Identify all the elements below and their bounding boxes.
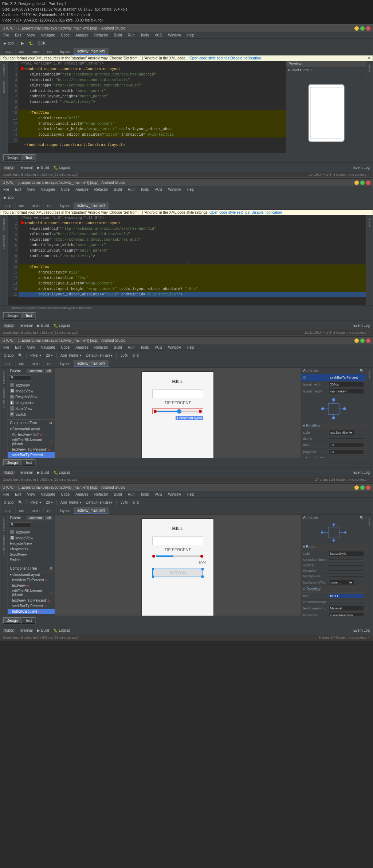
minimize-btn-1[interactable] <box>354 26 359 31</box>
sidebar-structure-2[interactable]: Structure <box>2 217 6 233</box>
tab-main-1[interactable]: main <box>28 49 44 55</box>
bottom-eventlog-4[interactable]: Event Log <box>353 628 370 632</box>
design-btn-4[interactable]: Design <box>3 617 21 624</box>
palette-item-scrollview-3[interactable]: ↕ ScrollView <box>8 406 55 411</box>
code-line-5-2[interactable]: 5 xmlns:app="http://schemas.android.com/… <box>8 237 366 243</box>
bottom-todo-2[interactable]: ToDO <box>3 324 15 328</box>
close-btn-3[interactable] <box>366 338 370 343</box>
code-line-10-1[interactable]: 10 <TextView <box>8 110 286 116</box>
menu-run-1[interactable]: Run <box>126 33 136 38</box>
prop-thumb-value-3[interactable] <box>329 438 364 439</box>
window-controls-1[interactable] <box>354 26 370 31</box>
device-button-4[interactable]: BUTTON <box>152 569 204 577</box>
tree-edittextbill-3[interactable]: editTextBillAmount (Numb... ⚠ <box>8 437 55 447</box>
bottom-todo-3[interactable]: ToDO <box>3 471 15 474</box>
code-line-14-2[interactable]: 14 android:layout_height="wrap_content" … <box>8 286 366 292</box>
tree-constraint-3[interactable]: ▾ ConstraintLayout <box>8 426 55 432</box>
prop-onclick-row-4[interactable]: onClick <box>301 563 366 568</box>
close-btn-4[interactable] <box>366 485 370 490</box>
code-line-4-1[interactable]: 4 xmlns:tools="http://schemas.android.co… <box>8 77 286 83</box>
text-btn-4[interactable]: Text <box>21 617 35 624</box>
menu-view-3[interactable]: View <box>25 345 36 350</box>
prop-contentdesc-row-4[interactable]: contentDescript... <box>301 600 366 605</box>
prop-bgtint-row-4[interactable]: backgroundTint none ... <box>301 579 366 586</box>
menu-code-1[interactable]: Code <box>59 33 71 38</box>
palette-item-textview-4[interactable]: T TextView <box>8 529 55 535</box>
menu-code-3[interactable]: Code <box>59 345 71 350</box>
menu-help-4[interactable]: Help <box>185 492 196 497</box>
toolbar-debug-1[interactable]: 🐛 <box>27 41 35 46</box>
bottom-terminal-2[interactable]: Terminal <box>19 323 33 328</box>
bottom-todo-1[interactable]: ToDO <box>3 166 15 170</box>
bottom-eventlog-1[interactable]: Event Log <box>353 166 370 170</box>
tree-textview-tippct-4[interactable]: textView 'Tip Percent' ⚠ <box>8 598 55 603</box>
prop-style-row-4[interactable]: style buttonStyle <box>301 550 366 557</box>
prop-bg-value-4[interactable] <box>329 576 364 577</box>
design-text-toggle-2[interactable]: Design Text <box>3 312 36 319</box>
bottom-logcat-2[interactable]: 🐛 Logcat <box>54 323 70 328</box>
right-label-gradle-4[interactable]: Gradle <box>368 516 371 528</box>
window-controls-2[interactable] <box>354 181 370 185</box>
prop-textappearance-row-4[interactable]: textAppearanc... Material <box>301 605 366 612</box>
prop-text-row-4[interactable]: text BUTT... <box>301 593 366 600</box>
toolbar-more-3[interactable]: ⊙ ⊙ <box>130 353 141 358</box>
tab-app-3[interactable]: app <box>2 361 16 367</box>
palette-search-4[interactable] <box>9 522 31 527</box>
menu-navigate-3[interactable]: Navigate <box>39 345 56 350</box>
tab-main-3[interactable]: main <box>28 361 44 367</box>
menu-analyze-4[interactable]: Analyze <box>74 492 90 497</box>
text-btn-1[interactable]: Text <box>21 154 35 161</box>
prop-bgtint-select-4[interactable]: none ... <box>329 580 354 585</box>
prop-height-value-3[interactable]: rap_content <box>329 389 364 394</box>
menu-analyze-3[interactable]: Analyze <box>74 345 90 350</box>
bottom-build-4[interactable]: ▶ Build <box>37 628 49 632</box>
tab-main-2[interactable]: main <box>28 203 44 209</box>
code-line-12-1[interactable]: 12 android:layout_width="wrap_content" <box>8 121 286 127</box>
menu-navigate-2[interactable]: Navigate <box>39 187 56 192</box>
prop-onclick-value-4[interactable] <box>329 565 364 566</box>
tab-src-3[interactable]: src <box>16 361 28 367</box>
prop-height-row-3[interactable]: layout_height rap_content <box>301 388 366 395</box>
menu-help-2[interactable]: Help <box>185 187 196 192</box>
menu-file-4[interactable]: File <box>2 492 11 497</box>
bottom-terminal-3[interactable]: Terminal <box>19 470 33 474</box>
notification-link2-2[interactable]: Disable notification <box>251 210 282 214</box>
palette-item-fragment-3[interactable]: ◧ <fragment> <box>8 400 55 406</box>
tab-layout-4[interactable]: layout <box>56 508 74 514</box>
bottom-build-3[interactable]: ▶ Build <box>37 470 49 474</box>
menu-refactor-3[interactable]: Refactor <box>93 345 110 350</box>
notification-link2-1[interactable]: Disable notification <box>230 56 261 60</box>
sidebar-variants-3[interactable]: Build Variants <box>2 386 6 409</box>
menu-file-2[interactable]: File <box>2 187 11 192</box>
tab-res-2[interactable]: res <box>44 203 56 209</box>
code-line-2-2[interactable]: 2 <android.support.constraint.Constraint… <box>8 221 366 226</box>
code-line-11-2[interactable]: 11 android:text="Bill" <box>8 270 366 275</box>
text-btn-3[interactable]: Text <box>21 459 35 466</box>
sidebar-variants-4[interactable]: Build Variants <box>2 533 6 556</box>
tab-res-1[interactable]: res <box>44 49 56 55</box>
close-btn-1[interactable] <box>366 26 370 31</box>
toolbar-zoom-4[interactable]: 28 ▾ <box>44 500 55 505</box>
toolbar-theme-4[interactable]: AppTheme ▾ <box>59 500 83 505</box>
design-btn-1[interactable]: Design <box>3 154 21 161</box>
sidebar-structure-3[interactable]: Structure <box>2 369 6 385</box>
code-line-15-1[interactable]: 15 <box>8 137 286 143</box>
menu-refactor-1[interactable]: Refactor <box>93 33 110 38</box>
preview-orient-1[interactable]: ↕ <box>310 68 312 72</box>
menu-help-3[interactable]: Help <box>185 345 196 350</box>
code-line-1-2[interactable]: 1 <?xml version="1.0" encoding="utf-8"?> <box>8 215 366 221</box>
menu-refactor-2[interactable]: Refactor <box>93 187 110 192</box>
prop-textappearance-value-4[interactable]: Material <box>329 606 364 611</box>
tab-src-4[interactable]: src <box>16 508 28 514</box>
btn-handle-tr-4[interactable] <box>201 568 204 570</box>
toolbar-zoom-3[interactable]: 28 ▾ <box>44 353 55 358</box>
toolbar-locale-4[interactable]: Default (en-us) ▾ <box>84 500 115 505</box>
seekbar-track-3[interactable] <box>157 411 199 412</box>
toolbar-sdk-1[interactable]: SDK <box>36 41 47 46</box>
right-label-gradle-1[interactable]: Gradle <box>368 62 371 74</box>
palette-item-switch-4[interactable]: Switch <box>8 557 55 563</box>
toolbar-pixel-3[interactable]: Pixel ▾ <box>28 353 43 358</box>
code-line-5-1[interactable]: 5 xmlns:app="http://schemas.android.com/… <box>8 83 286 88</box>
maximize-btn-1[interactable] <box>360 26 365 31</box>
menu-window-3[interactable]: Window <box>166 345 182 350</box>
